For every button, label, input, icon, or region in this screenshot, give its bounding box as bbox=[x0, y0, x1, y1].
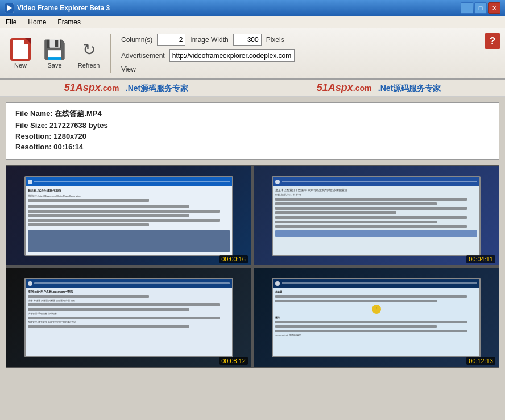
watermark-right: 51Aspx.com .Net源码服务专家 bbox=[317, 82, 441, 94]
save-button[interactable]: 💾 Save bbox=[39, 31, 71, 76]
file-resolution-line: Resoltion: 1280x720 bbox=[15, 132, 490, 140]
menubar: File Home Frames bbox=[0, 16, 505, 28]
menu-file[interactable]: File bbox=[0, 16, 22, 28]
frame-timestamp-2: 00:04:11 bbox=[466, 255, 495, 263]
frame-cell-4: 单选题 ! 题目 server, sql-net, 程序题 编 bbox=[254, 268, 499, 367]
save-label: Save bbox=[47, 62, 61, 69]
file-size-value: 217227638 bytes bbox=[49, 121, 108, 130]
file-resolution-label: Resoltion: bbox=[15, 132, 52, 140]
watermark-left: 51Aspx.com .Net源码服务专家 bbox=[64, 82, 189, 94]
frame-image-4: 单选题 ! 题目 server, sql-net, 程序题 编 bbox=[254, 268, 499, 367]
toolbar: New 💾 Save ↻ Refresh Column(s) Image Wid… bbox=[0, 28, 505, 80]
file-size-label: File Size: bbox=[15, 121, 47, 130]
window-title: Video Frame Explorer Beta 3 bbox=[17, 4, 461, 12]
refresh-icon: ↻ bbox=[77, 38, 100, 61]
app-icon bbox=[5, 3, 14, 13]
close-button[interactable]: ✕ bbox=[488, 2, 500, 14]
view-row: View bbox=[121, 65, 295, 73]
advertisement-row: Advertisement bbox=[121, 49, 295, 62]
file-duration-label: Resoltion: bbox=[15, 143, 52, 151]
advertisement-input[interactable] bbox=[169, 49, 295, 62]
view-label: View bbox=[121, 65, 136, 73]
frame-cell-3: 实例: uid=用户名称, password=密码 描述: 单选题 多选题 判断… bbox=[6, 268, 251, 367]
window-controls[interactable]: – □ ✕ bbox=[461, 2, 500, 14]
content-wrapper: videoframeexplorer.codeplex.com File Nam… bbox=[6, 102, 499, 368]
brand-suffix-left: .com bbox=[101, 84, 119, 93]
file-info-panel: File Name: 在线答题.MP4 File Size: 217227638… bbox=[6, 102, 499, 160]
frame-timestamp-1: 00:00:16 bbox=[219, 255, 248, 263]
brand-suffix-right: .com bbox=[353, 84, 372, 93]
file-size-line: File Size: 217227638 bytes bbox=[15, 121, 490, 130]
frame-timestamp-4: 00:12:13 bbox=[466, 357, 495, 365]
frame-cell-2: 这是事上配置好了数据库 大家可以按我刚才的步骤配置自 申到让自己行了。打开VS bbox=[254, 166, 499, 265]
menu-home[interactable]: Home bbox=[22, 16, 52, 28]
image-width-label: Image Width bbox=[190, 36, 228, 44]
columns-label: Column(s) bbox=[121, 36, 152, 44]
new-icon bbox=[9, 38, 32, 61]
frames-grid: 题名称: 试卷生成软件源码 网站链接: http://51aspx.com/Co… bbox=[6, 165, 499, 368]
refresh-button[interactable]: ↻ Refresh bbox=[73, 31, 105, 76]
menu-frames[interactable]: Frames bbox=[52, 16, 86, 28]
help-button[interactable]: ? bbox=[485, 33, 500, 49]
refresh-label: Refresh bbox=[78, 62, 100, 69]
frame-timestamp-3: 00:08:12 bbox=[219, 357, 248, 365]
frame-image-3: 实例: uid=用户名称, password=密码 描述: 单选题 多选题 判断… bbox=[6, 268, 251, 367]
toolbar-separator bbox=[110, 34, 111, 73]
brand-name-right: Aspx bbox=[328, 82, 353, 93]
new-label: New bbox=[14, 62, 27, 69]
columns-input[interactable] bbox=[157, 34, 185, 46]
restore-button[interactable]: □ bbox=[474, 2, 487, 14]
toolbar-fields: Column(s) Image Width Pixels Advertiseme… bbox=[121, 34, 295, 73]
frame-image-1: 题名称: 试卷生成软件源码 网站链接: http://51aspx.com/Co… bbox=[6, 166, 251, 265]
columns-row: Column(s) Image Width Pixels bbox=[121, 34, 295, 46]
file-duration-line: Resoltion: 00:16:14 bbox=[15, 143, 490, 151]
tagline-right: .Net源码服务专家 bbox=[378, 84, 441, 93]
file-name-line: File Name: 在线答题.MP4 bbox=[15, 109, 490, 119]
frame-image-2: 这是事上配置好了数据库 大家可以按我刚才的步骤配置自 申到让自己行了。打开VS bbox=[254, 166, 499, 265]
tagline-left: .Net源码服务专家 bbox=[126, 84, 188, 93]
advertisement-label: Advertisement bbox=[121, 52, 165, 60]
minimize-button[interactable]: – bbox=[461, 2, 473, 14]
brand-num-left: 51 bbox=[64, 82, 76, 93]
watermark-bar: 51Aspx.com .Net源码服务专家 51Aspx.com .Net源码服… bbox=[0, 80, 505, 97]
titlebar: Video Frame Explorer Beta 3 – □ ✕ bbox=[0, 0, 505, 16]
file-name-label: File Name: bbox=[15, 109, 53, 118]
pixels-label: Pixels bbox=[266, 36, 284, 44]
brand-name-left: Aspx bbox=[76, 82, 101, 93]
file-duration-value: 00:16:14 bbox=[53, 143, 83, 151]
frame-cell-1: 题名称: 试卷生成软件源码 网站链接: http://51aspx.com/Co… bbox=[6, 166, 251, 265]
file-name-value: 在线答题.MP4 bbox=[55, 109, 101, 118]
image-width-input[interactable] bbox=[233, 34, 262, 46]
brand-num-right: 51 bbox=[317, 82, 328, 93]
new-button[interactable]: New bbox=[5, 31, 36, 76]
main-content: videoframeexplorer.codeplex.com File Nam… bbox=[0, 97, 505, 420]
save-icon: 💾 bbox=[43, 38, 66, 61]
file-resolution-value: 1280x720 bbox=[53, 132, 86, 140]
